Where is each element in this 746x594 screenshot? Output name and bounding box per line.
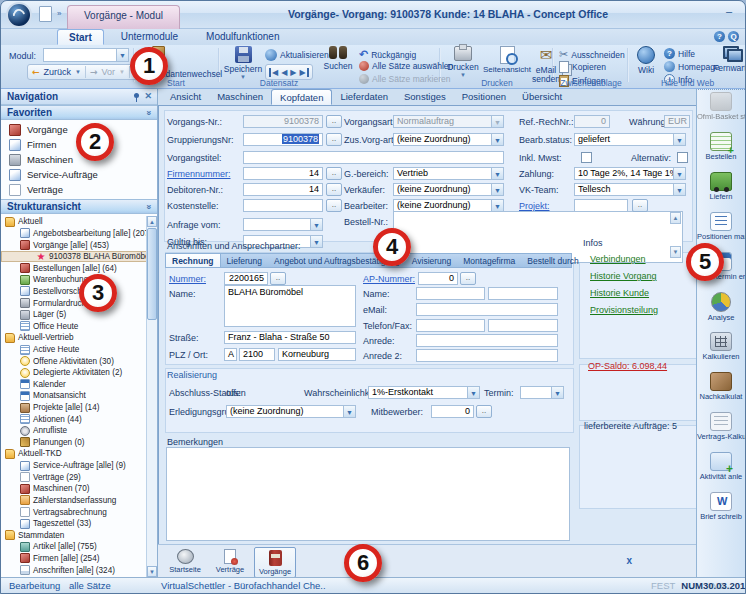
chevron-down-icon[interactable]: ▼ [491, 184, 503, 195]
field-bestell-nr-scrollbar[interactable]: ▲▼ [670, 212, 681, 262]
tree-item-offene-aktivitäten-30[interactable]: Offene Aktivitäten (30) [1, 355, 157, 367]
tree-item-tageszettel-33[interactable]: Tageszettel (33) [1, 518, 157, 530]
field-debitoren-nr-input[interactable]: 14 [243, 183, 323, 196]
address-tab-bestellt-durch[interactable]: Bestellt durch [521, 254, 585, 267]
scroll-up-icon[interactable]: ▲ [670, 212, 681, 224]
field-nummer-browse-button[interactable]: .. [270, 272, 286, 285]
info-link-historie-kunde[interactable]: Historie Kunde [590, 288, 658, 298]
chevron-up-icon[interactable]: » [143, 110, 153, 115]
field-plz-ort-country[interactable]: A [224, 348, 237, 361]
chevron-down-icon[interactable]: ▼ [673, 184, 685, 195]
quick-access-doc-icon[interactable] [39, 6, 52, 22]
minimize-button[interactable]: – [721, 5, 737, 19]
tree-item-aktuell-tkd[interactable]: Aktuell-TKD [1, 448, 157, 460]
chevron-down-icon[interactable]: ▼ [310, 236, 322, 247]
close-icon[interactable]: x [626, 555, 632, 566]
field-kostenstelle-browse-button[interactable]: .. [326, 199, 342, 212]
chevron-down-icon[interactable]: ▼ [116, 49, 128, 61]
chevron-down-icon[interactable]: ▼ [310, 219, 322, 230]
next-record-button[interactable]: ▶ [290, 68, 296, 77]
field-nummer-label[interactable]: Nummer: [169, 274, 206, 284]
field-kostenstelle-input[interactable] [243, 199, 323, 212]
bemerkungen-textarea[interactable] [166, 447, 570, 541]
field-name-textarea[interactable]: BLAHA Büromöbel [224, 285, 356, 327]
field-firmennummer-input[interactable]: 14 [243, 167, 323, 180]
window-tab[interactable]: Vorgänge - Modul [67, 5, 180, 29]
field-ap-nummer-browse-button[interactable]: .. [460, 272, 476, 285]
previous-record-button[interactable]: ◀ [281, 68, 287, 77]
tree-item-service-aufträge-alle-9[interactable]: Service-Aufträge [alle] (9) [1, 460, 157, 472]
print-preview-button[interactable]: Seitenansicht [483, 46, 531, 74]
rail-aktivität-anle[interactable]: Aktivität anle [697, 450, 745, 490]
rail-kalkulieren[interactable]: Kalkulieren [697, 330, 745, 370]
chevron-down-icon[interactable]: ▼ [491, 200, 503, 211]
back-arrow-icon[interactable]: ← [32, 67, 40, 77]
favorite-item-maschinen[interactable]: Maschinen [1, 152, 157, 167]
tree-item-maschinen-70[interactable]: Maschinen (70) [1, 483, 157, 495]
field-debitoren-nr-browse-button[interactable]: .. [326, 183, 342, 196]
help-icon[interactable]: ? [714, 31, 725, 42]
field-wahrscheinlichkeit-input[interactable]: 1%-Erstkontakt▼ [368, 386, 480, 399]
field-vk-team-input[interactable]: Tellesch▼ [574, 183, 686, 196]
field-vorgangs-nr-input[interactable]: 9100378 [243, 115, 323, 128]
tree-item-artikel-alle-755[interactable]: Artikel [alle] (755) [1, 541, 157, 553]
tree-item-läger-5[interactable]: Läger (5) [1, 309, 157, 321]
field-ref-rechnr-input[interactable]: 0 [574, 115, 610, 128]
field-ap-name-input[interactable] [416, 287, 485, 300]
chevron-down-icon[interactable]: ▼ [491, 168, 503, 179]
save-button[interactable]: Speichern▼ [223, 46, 263, 80]
ribbon-tab-start[interactable]: Start [57, 29, 104, 45]
scrollbar-thumb[interactable] [147, 228, 157, 320]
tree-item-firmen-alle-254[interactable]: Firmen [alle] (254) [1, 553, 157, 565]
field-strasse-input[interactable]: Franz - Blaha - Straße 50 [224, 331, 356, 344]
address-tab-avisierung[interactable]: Avisierung [406, 254, 458, 267]
forward-button[interactable]: Vor [102, 67, 116, 77]
field-vorgangstitel-input[interactable] [243, 151, 504, 164]
favorite-item-verträge[interactable]: Verträge [1, 182, 157, 197]
tree-item-vorgänge-alle-453[interactable]: Vorgänge [alle] (453) [1, 239, 157, 251]
field-ap-name-input2[interactable] [488, 287, 558, 300]
tree-item-kalender[interactable]: Kalender [1, 379, 157, 391]
last-record-button[interactable]: ▶ [299, 68, 308, 77]
tree-item-anschriften-alle-324[interactable]: Anschriften [alle] (324) [1, 564, 157, 576]
field-firmennummer-browse-button[interactable]: .. [326, 167, 342, 180]
bottom-tab-startseite[interactable]: Startseite [164, 547, 206, 578]
field-zahlung-input[interactable]: 10 Tage 2%, 14 Tage 1%, 30 Ne▼ [574, 167, 686, 180]
wiki-button[interactable]: Wiki [631, 46, 661, 75]
chevron-down-icon[interactable]: ▼ [491, 134, 503, 145]
field-ap-nummer-input[interactable]: 0 [418, 272, 458, 285]
field-mitbewerber-browse-button[interactable]: .. [476, 405, 492, 418]
rail-liefern[interactable]: Liefern [697, 170, 745, 210]
forward-dropdown-icon[interactable]: ▼ [119, 69, 125, 75]
scroll-down-icon[interactable]: ▼ [147, 566, 157, 577]
structure-header[interactable]: Strukturansicht » [1, 199, 157, 214]
tree-item-angebotsbearbeitung-alle-207[interactable]: Angebotsbearbeitung [alle] (207) [1, 228, 157, 240]
tree-item-stammdaten[interactable]: Stammdaten [1, 529, 157, 541]
tree-item-monatsansicht[interactable]: Monatsansicht [1, 390, 157, 402]
tree-item-delegierte-aktivitäten-2[interactable]: Delegierte Aktivitäten (2) [1, 367, 157, 379]
homepage-button[interactable]: Homepage [664, 61, 720, 72]
cut-button[interactable]: ✂ Ausschneiden [559, 48, 625, 61]
chevron-down-icon[interactable]: ▼ [491, 116, 503, 127]
address-tab-rechnung[interactable]: Rechnung [166, 254, 221, 267]
field-verkaeufer-input[interactable]: (keine Zuordnung)▼ [393, 183, 504, 196]
tree-item-warenbuchung[interactable]: Warenbuchung [1, 274, 157, 286]
search-icon[interactable]: Q [728, 31, 739, 42]
field-ap-nummer-label[interactable]: AP-Nummer: [363, 274, 415, 284]
field-email-input[interactable] [416, 303, 558, 316]
field-gruppierungs-nr-browse-button[interactable]: .. [326, 133, 342, 146]
search-button[interactable]: Suchen [319, 46, 357, 71]
back-button[interactable]: Zurück [44, 67, 72, 77]
op-saldo-link[interactable]: OP-Saldo: 6.098,44 [588, 361, 667, 371]
back-dropdown-icon[interactable]: ▼ [75, 69, 81, 75]
field-erledigungsgrund-input[interactable]: (keine Zuordnung)▼ [226, 405, 356, 418]
tree-item-projekte-alle-14[interactable]: Projekte [alle] (14) [1, 402, 157, 414]
scroll-down-icon[interactable]: ▼ [670, 246, 681, 258]
remote-support-button[interactable]: Fernwartung [713, 46, 746, 73]
scroll-up-icon[interactable]: ▲ [147, 216, 157, 227]
field-waehrung-input[interactable]: EUR [664, 115, 690, 128]
tree-item-active-heute[interactable]: Active Heute [1, 344, 157, 356]
tree-item-aktuell-vertrieb[interactable]: Aktuell-Vertrieb [1, 332, 157, 344]
chevron-up-icon[interactable]: » [143, 204, 153, 209]
tree-scrollbar[interactable]: ▲ ▼ [146, 216, 157, 577]
